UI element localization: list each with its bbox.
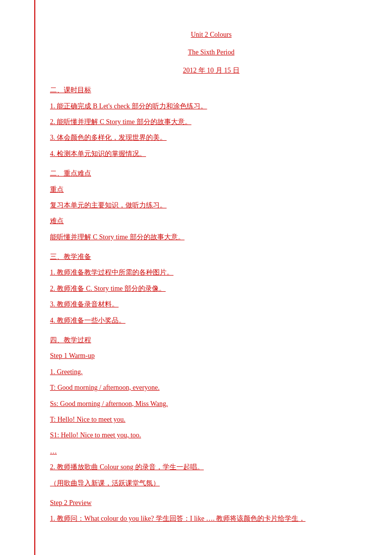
left-border: [0, 0, 35, 555]
step1-ss1: Ss: Good morning / afternoon, Miss Wang.: [50, 399, 372, 409]
step1-note: （用歌曲导入新课，活跃课堂气氛）: [50, 478, 372, 489]
section-process-heading: 四、教学过程: [50, 335, 372, 346]
document-title: Unit 2 Colours: [50, 29, 372, 40]
step1-sub2: 2. 教师播放歌曲 Colour song 的录音，学生一起唱。: [50, 462, 372, 473]
prep-4: 4. 教师准备一些小奖品。: [50, 315, 372, 326]
document-subtitle: The Sixth Period: [50, 47, 372, 58]
difficult-label: 难点: [50, 216, 372, 227]
section-prep-heading: 三、教学准备: [50, 252, 372, 262]
page-container: Unit 2 Colours The Sixth Period 2012 年 1…: [0, 0, 392, 555]
step2-sub1: 1. 教师问：What colour do you like? 学生回答：I l…: [50, 513, 372, 524]
difficult-content: 能听懂并理解 C Story time 部分的故事大意。: [50, 232, 372, 243]
objective-1: 1. 能正确完成 B Let's check 部分的听力和涂色练习。: [50, 101, 372, 112]
prep-2: 2. 教师准备 C. Story time 部分的录像。: [50, 283, 372, 294]
objective-3: 3. 体会颜色的多样化，发现世界的美。: [50, 132, 372, 143]
step1-heading: Step 1 Warm-up: [50, 351, 372, 361]
step1-t1: T: Good morning / afternoon, everyone.: [50, 382, 372, 393]
prep-3: 3. 教师准备录音材料。: [50, 299, 372, 310]
key-label: 重点: [50, 184, 372, 195]
section-objectives-heading: 二、课时目标: [50, 85, 372, 96]
prep-1: 1. 教师准备教学过程中所需的各种图片。: [50, 267, 372, 278]
step1-s1: S1: Hello! Nice to meet you, too.: [50, 430, 372, 441]
key-content: 复习本单元的主要知识，做听力练习。: [50, 200, 372, 211]
content-area: Unit 2 Colours The Sixth Period 2012 年 1…: [35, 0, 392, 555]
step1-sub1: 1. Greeting.: [50, 367, 372, 378]
document-date: 2012 年 10 月 15 日: [50, 65, 372, 76]
objective-2: 2. 能听懂并理解 C Story time 部分的故事大意。: [50, 117, 372, 127]
step2-heading: Step 2 Preview: [50, 498, 372, 508]
section-key-heading: 二、重点难点: [50, 168, 372, 179]
step1-t2: T: Hello! Nice to meet you.: [50, 414, 372, 425]
objective-4: 4. 检测本单元知识的掌握情况。: [50, 149, 372, 159]
step1-ellipsis: …: [50, 446, 372, 457]
